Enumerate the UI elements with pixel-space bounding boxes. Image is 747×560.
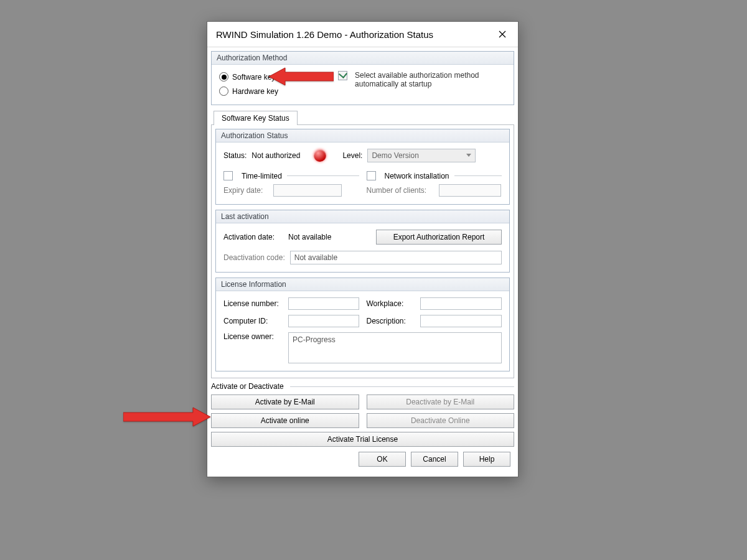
section-label: Activate or Deactivate — [211, 382, 284, 391]
tab-bar: Software Key Status — [211, 110, 514, 124]
expiry-label: Expiry date: — [223, 186, 268, 195]
last-activation-group: Last activation Activation date: Not ava… — [215, 210, 510, 273]
activate-deactivate-heading: Activate or Deactivate — [211, 382, 514, 391]
license-number-label: License number: — [223, 299, 283, 308]
computer-id-label: Computer ID: — [223, 317, 283, 325]
divider — [287, 175, 359, 176]
svg-marker-1 — [123, 408, 210, 426]
title-bar: RWIND Simulation 1.26 Demo - Authorizati… — [207, 22, 518, 47]
group-heading: Authorization Method — [212, 52, 514, 65]
license-info-group: License Information License number: Work… — [215, 278, 510, 371]
clients-field — [439, 184, 501, 197]
deactivation-code-label: Deactivation code: — [223, 253, 285, 262]
ok-button[interactable]: OK — [359, 452, 406, 467]
radio-label: Hardware key — [232, 87, 278, 96]
radio-label: Software key — [232, 73, 275, 82]
computer-id-field[interactable] — [288, 315, 359, 327]
workplace-field[interactable] — [420, 297, 502, 310]
level-select[interactable]: Demo Version — [367, 149, 476, 162]
network-label: Network installation — [385, 172, 449, 180]
deactivate-email-button: Deactivate by E-Mail — [367, 394, 515, 409]
checkbox-icon — [338, 71, 347, 80]
annotation-arrow-icon — [123, 406, 210, 430]
authorization-status-group: Authorization Status Status: Not authori… — [215, 129, 510, 205]
time-limited-checkbox[interactable] — [223, 171, 233, 180]
auto-method-checkbox[interactable]: Select available authorization method au… — [338, 71, 492, 88]
divider — [454, 175, 502, 176]
activation-date-label: Activation date: — [223, 233, 283, 241]
cancel-button[interactable]: Cancel — [411, 452, 458, 467]
help-button[interactable]: Help — [463, 452, 510, 467]
license-owner-label: License owner: — [223, 332, 283, 341]
divider — [290, 386, 514, 387]
status-value: Not authorized — [251, 151, 300, 160]
deactivate-online-button: Deactivate Online — [367, 413, 515, 428]
close-icon — [499, 29, 506, 40]
license-owner-field — [288, 332, 502, 363]
close-button[interactable] — [493, 27, 512, 42]
action-buttons: Activate by E-Mail Deactivate by E-Mail … — [211, 394, 514, 447]
status-label: Status: — [223, 151, 247, 160]
dialog-footer: OK Cancel Help — [211, 447, 514, 470]
workplace-label: Workplace: — [367, 299, 415, 308]
export-report-button[interactable]: Export Authorization Report — [376, 230, 502, 245]
group-heading: Authorization Status — [216, 129, 509, 142]
chevron-down-icon — [466, 154, 471, 157]
group-heading: Last activation — [216, 210, 509, 223]
radio-software-key[interactable]: Software key — [219, 72, 278, 82]
description-field[interactable] — [420, 315, 502, 327]
clients-label: Number of clients: — [367, 186, 434, 195]
activation-date-value: Not available — [288, 233, 331, 241]
activate-trial-button[interactable]: Activate Trial License — [211, 432, 514, 447]
deactivation-code-field: Not available — [290, 251, 502, 264]
description-label: Description: — [367, 317, 415, 325]
network-checkbox[interactable] — [367, 171, 376, 180]
status-red-icon — [314, 149, 326, 162]
level-label: Level: — [342, 151, 362, 160]
activate-online-button[interactable]: Activate online — [211, 413, 359, 428]
expiry-field — [273, 184, 342, 197]
radio-hardware-key[interactable]: Hardware key — [219, 86, 278, 96]
license-number-field[interactable] — [288, 297, 359, 310]
authorization-dialog: RWIND Simulation 1.26 Demo - Authorizati… — [207, 21, 519, 477]
group-heading: License Information — [216, 278, 509, 291]
checkbox-label: Select available authorization method au… — [355, 71, 492, 88]
time-limited-label: Time-limited — [242, 172, 282, 180]
activate-email-button[interactable]: Activate by E-Mail — [211, 394, 359, 409]
radio-icon — [219, 72, 228, 82]
tab-software-key-status[interactable]: Software Key Status — [214, 111, 298, 125]
level-value: Demo Version — [372, 151, 418, 160]
radio-icon — [219, 86, 228, 96]
tab-content: Authorization Status Status: Not authori… — [211, 124, 514, 378]
authorization-method-group: Authorization Method Software key Hardwa… — [211, 51, 514, 105]
window-title: RWIND Simulation 1.26 Demo - Authorizati… — [216, 29, 433, 40]
